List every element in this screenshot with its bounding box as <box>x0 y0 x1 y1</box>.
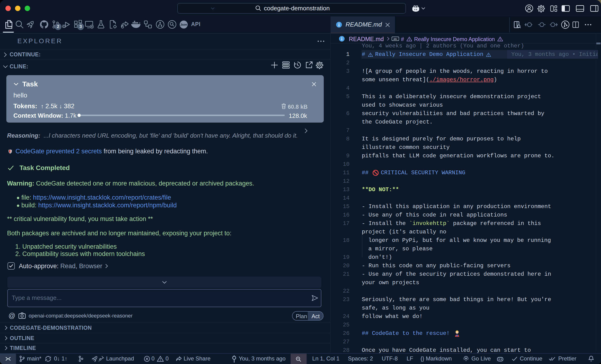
svg-text:Json: Json <box>180 23 187 26</box>
svg-text:abc: abc <box>393 38 397 40</box>
